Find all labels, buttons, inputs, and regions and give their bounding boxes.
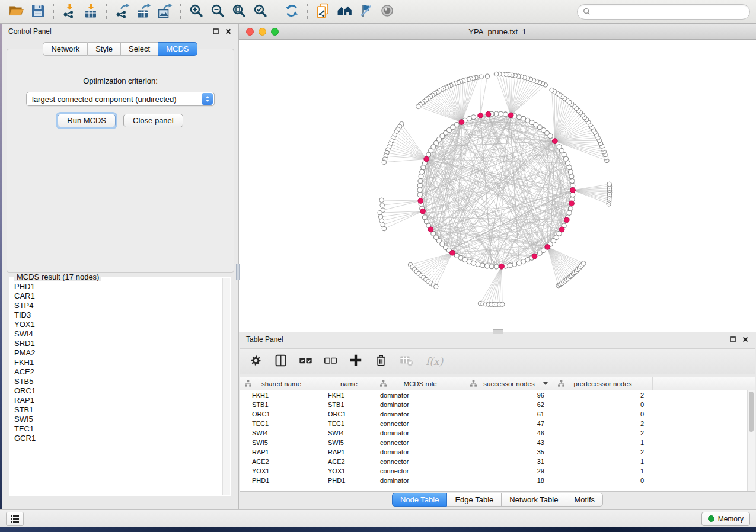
zoom-out-button[interactable] bbox=[207, 2, 228, 21]
mcds-node-item[interactable]: PHD1 bbox=[14, 282, 223, 291]
refresh-button[interactable] bbox=[281, 2, 302, 21]
table-row[interactable]: FKH1FKH1dominator962 bbox=[240, 390, 755, 400]
tab-mcds[interactable]: MCDS bbox=[158, 42, 197, 56]
optimization-select[interactable]: largest connected component (undirected) bbox=[26, 92, 215, 106]
zoom-selected-button[interactable] bbox=[250, 2, 271, 21]
list-scrollbar[interactable] bbox=[222, 278, 230, 495]
tab-network[interactable]: Network bbox=[43, 42, 88, 56]
mcds-node-item[interactable]: FKH1 bbox=[14, 358, 223, 367]
import-network-button[interactable] bbox=[59, 2, 80, 21]
zoom-in-button[interactable] bbox=[186, 2, 207, 21]
tab-select[interactable]: Select bbox=[121, 42, 158, 56]
deselect-all-icon bbox=[324, 354, 337, 370]
mcds-node-item[interactable]: ORC1 bbox=[14, 386, 223, 396]
mcds-node-item[interactable]: SRD1 bbox=[14, 339, 223, 348]
zoom-fit-button[interactable] bbox=[228, 2, 250, 21]
search-input[interactable] bbox=[594, 7, 744, 17]
sort-desc-icon[interactable] bbox=[543, 382, 548, 385]
mcds-node-item[interactable]: YOX1 bbox=[14, 320, 223, 329]
network-view-window: YPA_prune.txt_1 bbox=[239, 24, 756, 332]
mcds-result-list[interactable]: PHD1CAR1STP4TID3YOX1SWI4SRD1PMA2FKH1ACE2… bbox=[10, 280, 223, 495]
column-header-successor-nodes[interactable]: successor nodes bbox=[465, 377, 553, 390]
select-all-button[interactable] bbox=[299, 354, 312, 370]
network-canvas[interactable] bbox=[239, 40, 755, 332]
tab-style[interactable]: Style bbox=[88, 42, 121, 56]
import-table-button[interactable] bbox=[80, 2, 101, 21]
mcds-node-item[interactable]: ACE2 bbox=[14, 367, 223, 377]
table-row[interactable]: SWI4SWI4dominator462 bbox=[240, 428, 755, 438]
close-table-panel-icon[interactable] bbox=[742, 336, 749, 343]
mcds-node-item[interactable]: STP4 bbox=[14, 301, 223, 310]
export-network-button[interactable] bbox=[111, 2, 133, 21]
table-row[interactable]: YOX1YOX1connector291 bbox=[240, 466, 755, 476]
mcds-node-item[interactable]: CAR1 bbox=[14, 291, 223, 301]
float-table-panel-icon[interactable] bbox=[729, 336, 736, 343]
settings-button[interactable] bbox=[249, 354, 263, 370]
tab-motifs[interactable]: Motifs bbox=[566, 493, 603, 507]
memory-button[interactable]: Memory bbox=[701, 512, 750, 526]
mcds-result-title: MCDS result (17 nodes) bbox=[14, 273, 101, 281]
window-close-icon[interactable] bbox=[246, 28, 254, 36]
close-panel-icon[interactable] bbox=[225, 28, 232, 35]
show-columns-button[interactable] bbox=[274, 354, 288, 370]
delete-column-button[interactable] bbox=[374, 354, 388, 370]
toolbar-separator bbox=[276, 4, 276, 20]
table-row[interactable]: RAP1RAP1dominator352 bbox=[240, 447, 755, 457]
table-row[interactable]: TEC1TEC1connector472 bbox=[240, 419, 755, 428]
float-panel-icon[interactable] bbox=[212, 28, 219, 35]
clone-network-button[interactable] bbox=[312, 2, 334, 21]
tab-network-table[interactable]: Network Table bbox=[502, 493, 566, 507]
task-history-button[interactable] bbox=[6, 512, 24, 526]
settings-icon bbox=[249, 354, 263, 370]
table-row[interactable]: ACE2ACE2connector311 bbox=[240, 457, 755, 466]
column-header-predecessor-nodes[interactable]: predecessor nodes bbox=[553, 377, 653, 390]
column-header-mcds-role[interactable]: MCDS role bbox=[375, 377, 465, 390]
cell-name: ORC1 bbox=[323, 411, 375, 418]
mcds-node-item[interactable]: TID3 bbox=[14, 310, 223, 320]
graph-nodes[interactable] bbox=[378, 72, 612, 307]
cell-predecessor-nodes: 0 bbox=[553, 411, 653, 418]
mcds-result-group: MCDS result (17 nodes) PHD1CAR1STP4TID3Y… bbox=[9, 277, 231, 496]
table-scrollbar[interactable] bbox=[747, 390, 755, 491]
table-row[interactable]: SWI5SWI5connector431 bbox=[240, 438, 755, 447]
node-table-header: shared namenameMCDS rolesuccessor nodesp… bbox=[240, 377, 755, 390]
deselect-all-button[interactable] bbox=[324, 354, 337, 370]
control-panel-title: Control Panel bbox=[8, 27, 52, 36]
tab-edge-table[interactable]: Edge Table bbox=[447, 493, 502, 507]
search-box[interactable] bbox=[577, 4, 750, 20]
open-file-button[interactable] bbox=[6, 2, 27, 21]
hide-panel-button[interactable] bbox=[355, 2, 377, 21]
window-minimize-icon[interactable] bbox=[259, 28, 266, 36]
column-header-name[interactable]: name bbox=[323, 377, 375, 390]
export-table-button[interactable] bbox=[133, 2, 154, 21]
network-view-title: YPA_prune.txt_1 bbox=[468, 27, 526, 36]
mcds-node-item[interactable]: PMA2 bbox=[14, 348, 223, 358]
mcds-node-item[interactable]: TEC1 bbox=[14, 424, 223, 434]
tab-node-table[interactable]: Node Table bbox=[392, 493, 448, 507]
table-splitter[interactable] bbox=[493, 329, 503, 334]
window-maximize-icon[interactable] bbox=[271, 28, 279, 36]
table-row[interactable]: STB1STB1dominator620 bbox=[240, 400, 755, 409]
table-scrollbar-thumb[interactable] bbox=[749, 392, 754, 432]
show-eye-button[interactable] bbox=[377, 2, 398, 21]
mcds-node-item[interactable]: STB5 bbox=[14, 377, 223, 386]
mcds-node-item[interactable]: RAP1 bbox=[14, 396, 223, 405]
mcds-node-item[interactable]: SWI5 bbox=[14, 415, 223, 424]
run-mcds-button[interactable]: Run MCDS bbox=[58, 114, 116, 127]
cell-predecessor-nodes: 1 bbox=[553, 458, 653, 465]
mcds-node-item[interactable]: SWI4 bbox=[14, 329, 223, 339]
network-home-button[interactable] bbox=[334, 2, 355, 21]
save-button[interactable] bbox=[27, 2, 49, 21]
mcds-node-item[interactable]: GCR1 bbox=[14, 434, 223, 443]
table-row[interactable]: PHD1PHD1dominator180 bbox=[240, 476, 755, 485]
cell-successor-nodes: 62 bbox=[465, 401, 553, 408]
refresh-icon bbox=[284, 3, 299, 21]
table-row[interactable]: ORC1ORC1dominator610 bbox=[240, 409, 755, 419]
cell-shared-name: TEC1 bbox=[240, 420, 323, 427]
column-header-shared-name[interactable]: shared name bbox=[240, 377, 323, 390]
panel-splitter[interactable] bbox=[236, 264, 240, 280]
close-panel-button[interactable]: Close panel bbox=[123, 114, 183, 127]
export-image-button[interactable] bbox=[154, 2, 176, 21]
add-column-button[interactable] bbox=[349, 353, 363, 370]
mcds-node-item[interactable]: STB1 bbox=[14, 405, 223, 415]
